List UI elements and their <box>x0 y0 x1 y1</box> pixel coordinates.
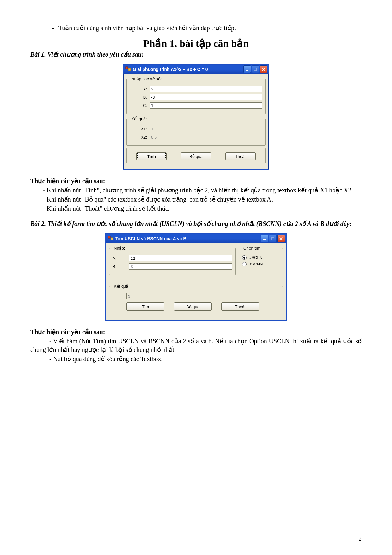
output-x1 <box>150 126 262 132</box>
svg-rect-0 <box>126 67 128 69</box>
form1-result-legend: Kết quả: <box>130 116 148 121</box>
form2-input-legend: Nhập: <box>113 246 126 251</box>
ex1-req2: - Khi nhấn nút "Bỏ qua" các textbox sẽ đ… <box>30 195 362 204</box>
minimize-icon[interactable] <box>243 65 251 73</box>
close-icon[interactable] <box>260 65 267 73</box>
svg-rect-2 <box>246 70 248 71</box>
radio-icon <box>242 262 247 266</box>
form1-buttons-group: Tính Bỏ qua Thoát <box>126 148 266 163</box>
app-icon <box>125 66 131 72</box>
form2-window: Tìm USCLN và BSCNN cua A và B Nhập: A: <box>105 233 287 321</box>
svg-rect-6 <box>108 236 110 238</box>
form2-result-legend: Kết quả: <box>113 284 131 289</box>
exit-button-2[interactable]: Thoát <box>221 302 259 311</box>
input-c[interactable] <box>150 102 262 109</box>
maximize-icon[interactable] <box>252 65 259 73</box>
app-icon <box>108 236 113 241</box>
label2-b: B: <box>113 264 129 269</box>
input-a[interactable] <box>150 86 262 92</box>
ex2-req2: - Nút bỏ qua dùng để xóa rỗng các Textbo… <box>30 355 362 363</box>
maximize-icon[interactable] <box>269 235 277 242</box>
exit-button[interactable]: Thoát <box>225 152 256 160</box>
ex2-req-heading: Thực hiện các yêu cầu sau: <box>30 328 362 336</box>
page-number: 2 <box>359 536 362 542</box>
input2-b[interactable] <box>129 263 232 270</box>
form1-window: Giai phuong trinh Ax^2 + Bx + C = 0 Nhập… <box>123 64 269 170</box>
exercise2-title: Bài 2. Thiết kế form tìm ước số chung lớ… <box>30 220 362 228</box>
form1-input-group: Nhập các hệ số: A: B: C: <box>126 77 266 114</box>
close-icon[interactable] <box>277 235 285 242</box>
svg-rect-7 <box>111 238 113 240</box>
svg-rect-3 <box>254 68 257 71</box>
dash-icon: - <box>49 24 57 32</box>
radio-uscln-label: USCLN <box>248 255 262 260</box>
label-x2: X2: <box>130 135 150 140</box>
ex2-req1: - Viết hàm (Nút Tìm) tìm USCLN và BSCNN … <box>30 337 362 354</box>
svg-rect-1 <box>128 68 131 71</box>
intro-text: Tuần cuối cùng sinh viên nạp bài và giáo… <box>58 24 236 31</box>
ex1-req3: - Khi nhấn nút "Thoát" chương trình sẽ k… <box>30 204 362 213</box>
intro-bullet: - Tuần cuối cùng sinh viên nạp bài và gi… <box>49 24 362 32</box>
calc-button[interactable]: Tính <box>136 152 167 160</box>
label-x1: X1: <box>130 127 150 131</box>
label-b: B: <box>130 95 150 100</box>
minimize-icon[interactable] <box>261 235 268 242</box>
input2-a[interactable] <box>129 255 232 261</box>
find-button[interactable]: Tìm <box>126 302 164 311</box>
form2-input-group: Nhập: A: B: <box>109 246 236 275</box>
radio-icon <box>242 255 247 260</box>
form2-choice-group: Chọn tìm USCLN BSCNN <box>239 246 283 281</box>
label-a: A: <box>130 87 150 91</box>
form1-title-text: Giai phuong trinh Ax^2 + Bx + C = 0 <box>133 67 243 72</box>
radio-uscln[interactable]: USCLN <box>242 255 279 260</box>
form1-input-legend: Nhập các hệ số: <box>130 77 163 81</box>
form2-titlebar[interactable]: Tìm USCLN và BSCNN cua A và B <box>106 234 286 243</box>
output-x2 <box>150 134 262 140</box>
output2-result <box>126 293 279 299</box>
label-c: C: <box>130 103 150 108</box>
radio-bscnn-label: BSCNN <box>248 262 263 266</box>
form2-choice-legend: Chọn tìm <box>242 246 262 251</box>
exercise1-title: Bài 1. Viết chương trình theo yêu cầu sa… <box>30 51 362 58</box>
form2-result-group: Kết quả: Tìm Bỏ qua Thoát <box>109 284 283 314</box>
input-b[interactable] <box>150 94 262 100</box>
svg-rect-8 <box>263 239 266 240</box>
form2-title-text: Tìm USCLN và BSCNN cua A và B <box>115 236 261 241</box>
svg-rect-9 <box>272 237 274 240</box>
page-title: Phần 1. bài tập căn bản <box>30 37 362 49</box>
ex1-req-heading: Thực hiện các yêu cầu sau: <box>30 177 362 185</box>
label2-a: A: <box>113 256 129 261</box>
skip-button-2[interactable]: Bỏ qua <box>174 302 212 311</box>
form1-result-group: Kết quả: X1: X2: <box>126 116 266 146</box>
form1-titlebar[interactable]: Giai phuong trinh Ax^2 + Bx + C = 0 <box>123 65 269 74</box>
radio-bscnn[interactable]: BSCNN <box>242 262 279 266</box>
skip-button[interactable]: Bỏ qua <box>181 152 211 160</box>
ex1-req1: - Khi nhấn nút "Tính", chương trình sẽ g… <box>30 186 362 195</box>
